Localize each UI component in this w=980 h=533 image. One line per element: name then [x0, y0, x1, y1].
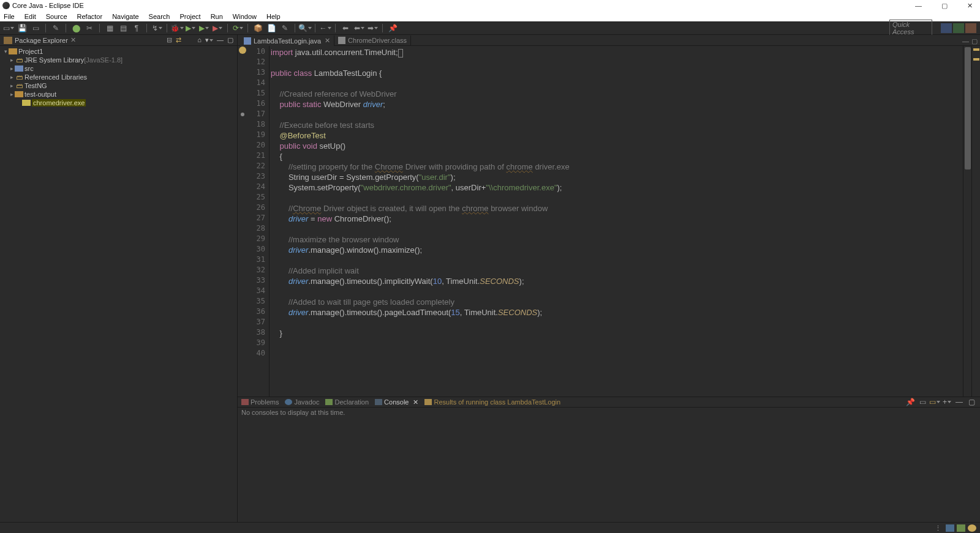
package-explorer-icon: [4, 37, 12, 44]
view-menu-icon[interactable]: ▾: [205, 36, 213, 44]
console-open-icon[interactable]: ▭: [930, 397, 940, 407]
code-editor[interactable]: import java.util.concurrent.TimeUnit; pu…: [270, 46, 963, 397]
minimize-console-icon[interactable]: —: [954, 397, 964, 407]
console-message: No consoles to display at this time.: [241, 409, 345, 416]
tool-icon[interactable]: ↯: [152, 23, 162, 33]
tab-label: ChromeDriver.class: [348, 37, 407, 44]
link-editor-icon[interactable]: ⇄: [176, 36, 181, 44]
tree-item[interactable]: ▸🗃Referenced Libraries: [0, 73, 237, 81]
console-pin-icon[interactable]: 📌: [905, 397, 915, 407]
build-icon[interactable]: ⟳: [233, 23, 243, 33]
tree-item[interactable]: chromedriver.exe: [0, 99, 237, 107]
run-icon[interactable]: ▶: [186, 23, 195, 33]
app-icon: [2, 2, 10, 9]
ext-tools-icon[interactable]: ▶: [213, 23, 222, 33]
close-tab-icon[interactable]: ✕: [325, 37, 330, 45]
menu-search[interactable]: Search: [149, 13, 170, 20]
status-icon[interactable]: [957, 524, 965, 532]
tip-icon[interactable]: [968, 524, 976, 532]
close-tab-icon[interactable]: ✕: [413, 398, 418, 406]
menu-edit[interactable]: Edit: [24, 13, 36, 20]
tree-label: Project1: [18, 48, 43, 55]
close-view-icon[interactable]: ✕: [70, 36, 76, 44]
tool-icon[interactable]: ▤: [118, 23, 128, 33]
minimize-editor-icon[interactable]: —: [962, 37, 969, 45]
menu-source[interactable]: Source: [46, 13, 67, 20]
tree-item[interactable]: ▸src: [0, 64, 237, 73]
window-title: Core Java - Eclipse IDE: [12, 2, 84, 9]
new-icon[interactable]: ▭: [4, 23, 13, 33]
search-icon[interactable]: 🔍: [300, 23, 310, 33]
tab-console[interactable]: Console✕: [375, 398, 418, 406]
maximize-console-icon[interactable]: ▢: [967, 397, 976, 407]
tool-icon[interactable]: ✎: [51, 23, 61, 33]
menu-bar: FileEditSourceRefactorNavigateSearchProj…: [0, 11, 980, 21]
save-all-icon[interactable]: ▭: [31, 23, 40, 33]
java-perspective-button[interactable]: [953, 23, 964, 33]
vertical-scrollbar[interactable]: [963, 46, 971, 397]
debug-perspective-button[interactable]: [965, 23, 976, 33]
maximize-button[interactable]: ▢: [941, 2, 948, 10]
tree-item[interactable]: ▸🗃JRE System Library [JavaSE-1.8]: [0, 56, 237, 64]
focus-icon[interactable]: ⌂: [197, 36, 202, 44]
debug-icon[interactable]: ⬤: [71, 23, 81, 33]
menu-file[interactable]: File: [4, 13, 15, 20]
tab-declaration[interactable]: Declaration: [325, 398, 369, 406]
perspective-button[interactable]: [941, 23, 952, 33]
pin-icon[interactable]: 📌: [388, 23, 398, 33]
save-icon[interactable]: 💾: [17, 23, 27, 33]
close-button[interactable]: ✕: [967, 2, 973, 10]
overview-ruler[interactable]: [971, 46, 980, 397]
menu-run[interactable]: Run: [211, 13, 223, 20]
class-file-icon: [338, 37, 345, 44]
back-history-icon[interactable]: ⬅: [354, 23, 364, 33]
tool-icon[interactable]: ▦: [105, 23, 115, 33]
maximize-editor-icon[interactable]: ▢: [971, 37, 978, 45]
menu-navigate[interactable]: Navigate: [112, 13, 138, 20]
coverage-icon[interactable]: ▶: [199, 23, 209, 33]
tool-icon[interactable]: ¶: [132, 23, 141, 33]
tree-item[interactable]: ▸test-output: [0, 90, 237, 99]
console-new-icon[interactable]: +: [942, 397, 952, 407]
new-class-icon[interactable]: 📄: [266, 23, 276, 33]
status-icon[interactable]: [946, 524, 954, 532]
run-debug-icon[interactable]: 🐞: [172, 23, 182, 33]
editor-tab-active[interactable]: LambdaTestLogin.java ✕: [240, 35, 334, 46]
collapse-all-icon[interactable]: ⊟: [167, 36, 172, 44]
console-display-icon[interactable]: ▭: [918, 397, 927, 407]
menu-help[interactable]: Help: [266, 13, 281, 20]
tab-javadoc[interactable]: Javadoc: [285, 398, 319, 406]
toolbar: ▭ 💾 ▭ ✎ ⬤ ✂ ▦ ▤ ¶ ↯ 🐞 ▶ ▶ ▶ ⟳ 📦 📄 ✎ 🔍 ← …: [0, 21, 980, 35]
java-file-icon: [244, 37, 251, 45]
new-pkg-icon[interactable]: 📦: [253, 23, 263, 33]
tab-problems[interactable]: Problems: [241, 398, 279, 406]
tab-label: LambdaTestLogin.java: [254, 37, 321, 45]
tree-root[interactable]: ▾ Project1: [0, 47, 237, 56]
tool-icon[interactable]: ✎: [280, 23, 290, 33]
forward-icon[interactable]: ➡: [368, 23, 377, 33]
menu-project[interactable]: Project: [179, 13, 200, 20]
minimize-button[interactable]: —: [915, 2, 922, 10]
menu-window[interactable]: Window: [233, 13, 257, 20]
quick-access-input[interactable]: Quick Access: [889, 20, 932, 37]
tool-icon[interactable]: ✂: [85, 23, 94, 33]
editor-tab[interactable]: ChromeDriver.class: [334, 35, 411, 45]
menu-refactor[interactable]: Refactor: [77, 13, 103, 20]
package-explorer-title: Package Explorer: [15, 37, 68, 44]
nav-icon[interactable]: ←: [320, 23, 330, 33]
minimize-view-icon[interactable]: —: [217, 36, 224, 44]
maximize-view-icon[interactable]: ▢: [227, 36, 233, 44]
back-icon[interactable]: ⬅: [341, 23, 350, 33]
tab-results[interactable]: Results of running class LambdaTestLogin: [424, 398, 560, 406]
tree-item[interactable]: ▸🗃TestNG: [0, 81, 237, 90]
